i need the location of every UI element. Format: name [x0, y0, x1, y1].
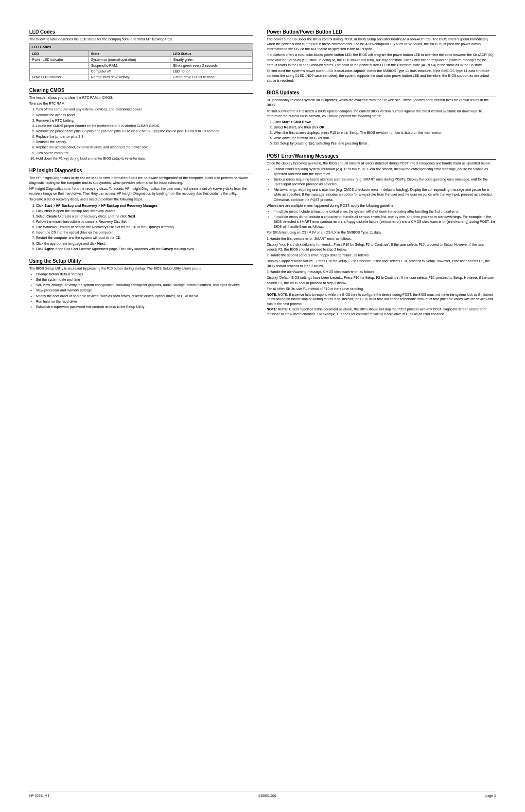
power-button-body: The power button is under the BIOS contr…	[267, 37, 496, 83]
post-guidelines-list: If multiple errors include at least one …	[274, 209, 496, 230]
clearing-cmos-title: Clearing CMOS	[29, 88, 253, 94]
list-item: Click the appropriate language and click…	[36, 241, 253, 246]
table-row: Power LED indicatorSystem on (normal ope…	[30, 57, 253, 63]
col-led: LED	[30, 51, 89, 57]
list-item: Alerts/warnings requiring user's attenti…	[274, 187, 496, 202]
clearing-cmos-body: The header allows you to clear the RTC R…	[29, 95, 253, 161]
list-item: Follow the wizard instructions to create…	[36, 219, 253, 224]
bios-step-5: Exit Setup by pressing Esc, selecting Ye…	[274, 141, 496, 146]
col-state: State	[89, 51, 171, 57]
setup-utility-body: The BIOS Setup Utility is accessed by pr…	[29, 266, 253, 309]
right-column: Power Button/Power Button LED The power …	[267, 29, 496, 323]
list-item: Serious errors requiring user's attentio…	[274, 177, 496, 187]
post-error-body: Once the display becomes available, the …	[267, 161, 496, 317]
power-button-section: Power Button/Power Button LED The power …	[267, 29, 496, 83]
led-table: LED State LED Status Power LED indicator…	[30, 51, 253, 80]
left-column: LED Codes The following table describes …	[29, 29, 253, 323]
footer-product: HP 505B, MT	[29, 794, 50, 797]
list-item: Remove the RTC battery.	[36, 118, 253, 123]
list-item: Click Next to open the Backup and Recove…	[36, 209, 253, 214]
list-item: Locate the CMOS jumper header on the mot…	[36, 124, 253, 128]
list-item: Select Create to create a set of recover…	[36, 214, 253, 219]
led-table-title: LED Codes	[30, 44, 253, 51]
list-item: View processor and memory settings	[36, 288, 253, 293]
list-item: Insert the CD into the optical drive on …	[36, 230, 253, 235]
setup-items-list: Change factory default settingsSet the s…	[36, 272, 253, 309]
setup-utility-section: Using the Setup Utility The BIOS Setup U…	[29, 258, 253, 309]
list-item: Turn on the computer.	[36, 151, 253, 156]
led-codes-title: LED Codes	[29, 29, 253, 36]
page: LED Codes The following table describes …	[0, 0, 525, 812]
led-codes-section: LED Codes The following table describes …	[29, 29, 253, 81]
bios-updates-section: BIOS Updates HP periodically releases sy…	[267, 90, 496, 146]
list-item: Establish a supervisor password that con…	[36, 305, 253, 309]
bios-step-2: Select Restart, and then click OK.	[274, 125, 496, 130]
list-item: Replace the jumper on pins 2-3.	[36, 134, 253, 139]
bios-updates-body: HP periodically releases system BIOS upd…	[267, 98, 496, 146]
bios-updates-title: BIOS Updates	[267, 90, 496, 96]
cmos-steps-list: Turn off the computer and any external d…	[36, 107, 253, 161]
list-item: Critical errors requiring system shutdow…	[274, 167, 496, 177]
post-bullets-list: Critical errors requiring system shutdow…	[274, 167, 496, 202]
col-status: LED Status	[171, 51, 253, 57]
footer-part: 635951-001	[259, 794, 277, 797]
list-item: Click Start > HP Backup and Recovery > H…	[36, 203, 253, 208]
insight-steps-list: Click Start > HP Backup and Recovery > H…	[36, 203, 253, 252]
list-item: Set the system date and time	[36, 277, 253, 282]
list-item: Remove the jumper from pins 2-3 pins and…	[36, 129, 253, 134]
list-item: Reinstall the battery.	[36, 140, 253, 144]
list-item: Restart the computer and the system will…	[36, 235, 253, 240]
list-item: Turn off the computer and any external d…	[36, 107, 253, 112]
list-item: Change factory default settings	[36, 272, 253, 277]
bios-steps-list: Click Start > Shut Down. Select Restart,…	[274, 120, 496, 146]
post-error-section: POST Error/Warning Messages Once the dis…	[267, 153, 496, 317]
table-row: Drive LED indicatorNormal hard drive act…	[30, 74, 253, 80]
list-item: Replace the access panel, external devic…	[36, 145, 253, 150]
hp-insight-title: HP Insight Diagnostics	[29, 168, 253, 174]
table-row: Computer offLED not on	[30, 69, 253, 74]
post-error-title: POST Error/Warning Messages	[267, 153, 496, 160]
footer-page: page 3	[486, 794, 496, 797]
list-item: If multiple errors do not include a crit…	[274, 215, 496, 229]
list-item: If multiple errors include at least one …	[274, 209, 496, 214]
clearing-cmos-section: Clearing CMOS The header allows you to c…	[29, 88, 253, 161]
setup-utility-title: Using the Setup Utility	[29, 258, 253, 265]
page-footer: HP 505B, MT 635951-001 page 3	[29, 792, 496, 797]
table-row: Suspend to RAM.Blinks green every 2 seco…	[30, 63, 253, 69]
hp-insight-section: HP Insight Diagnostics The HP Insight Di…	[29, 168, 253, 252]
bios-step-4: Write down the current BIOS version.	[274, 136, 496, 141]
bios-step-1: Click Start > Shut Down.	[274, 120, 496, 125]
list-item: Click Agree in the End User License Agre…	[36, 247, 253, 252]
list-item: Remove the access panel.	[36, 113, 253, 118]
led-table-wrapper: LED Codes LED State LED Status Power LED…	[29, 43, 253, 81]
list-item: Modify the boot order of bootable device…	[36, 294, 253, 299]
list-item: Run tests on the hard drive	[36, 299, 253, 304]
hp-insight-body: The HP Insight Diagnostics utility can b…	[29, 176, 253, 252]
power-button-title: Power Button/Power Button LED	[267, 29, 496, 36]
list-item: Hold down the F1 key during boot and ent…	[36, 156, 253, 161]
list-item: Set, view, change, or verify the system …	[36, 283, 253, 288]
bios-step-3: When the first screen displays, press F1…	[274, 130, 496, 135]
list-item: Use Windows Explorer to search the Recov…	[36, 225, 253, 230]
led-codes-intro: The following table describes the LED st…	[29, 37, 253, 42]
